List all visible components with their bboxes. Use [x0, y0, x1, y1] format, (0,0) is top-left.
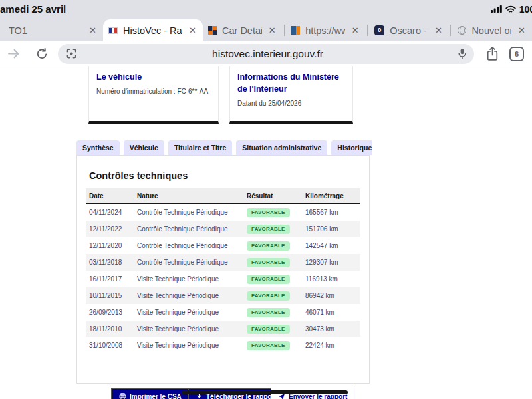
report-date: Datant du 25/04/2026: [237, 100, 345, 107]
cell-kilometrage: 116913 km: [302, 275, 360, 283]
section-title: Contrôles techniques: [89, 170, 369, 181]
browser-toolbar: histovec.interieur.gouv.fr 6: [0, 41, 532, 66]
col-header-resultat: Résultat: [243, 192, 302, 200]
tab-vehicule[interactable]: Véhicule: [124, 140, 164, 155]
tab-synthese[interactable]: Synthèse: [76, 140, 120, 155]
status-badge: FAVORABLE: [247, 275, 290, 284]
forward-icon[interactable]: [7, 47, 21, 61]
browser-tab-https-www-ve[interactable]: https://www.ve✕: [286, 19, 366, 41]
table-row: 10/11/2015Visite Technique PériodiqueFAV…: [86, 287, 360, 304]
browser-tab-strip: TO1✕HistoVec - Rap✕Car Detail - Ad✕https…: [0, 17, 532, 41]
browser-tab-label: Oscaro - Pièce: [390, 25, 428, 36]
ministry-card: Informations du Ministère de l'Intérieur…: [229, 66, 353, 124]
cell-nature: Visite Technique Périodique: [134, 342, 243, 349]
cell-resultat: FAVORABLE: [243, 308, 302, 317]
registration-number: Numéro d'immatriculation : FC-6**-AA: [96, 88, 211, 95]
cell-nature: Contrôle Technique Périodique: [134, 225, 243, 233]
status-bar: amedi 25 avril 100: [0, 0, 532, 17]
microphone-icon[interactable]: [458, 48, 466, 60]
status-badge: FAVORABLE: [247, 208, 290, 217]
cell-kilometrage: 30473 km: [302, 325, 360, 332]
status-badge: FAVORABLE: [247, 225, 290, 234]
cell-nature: Visite Technique Périodique: [134, 309, 243, 316]
url-bar[interactable]: histovec.interieur.gouv.fr: [58, 44, 474, 64]
cell-resultat: FAVORABLE: [243, 241, 302, 251]
cell-nature: Contrôle Technique Périodique: [134, 259, 243, 266]
status-badge: FAVORABLE: [247, 291, 290, 301]
browser-tab-car-detail-ad[interactable]: Car Detail - Ad✕: [203, 19, 283, 41]
status-badge: FAVORABLE: [247, 241, 290, 251]
status-badge: FAVORABLE: [247, 341, 290, 350]
table-row: 04/11/2024Contrôle Technique PériodiqueF…: [86, 204, 360, 221]
cell-kilometrage: 86942 km: [302, 292, 360, 299]
oscaro-favicon-icon: 0: [374, 25, 384, 35]
cell-date: 04/11/2024: [86, 209, 134, 216]
cell-kilometrage: 129307 km: [302, 259, 360, 266]
home-indicator[interactable]: [182, 390, 348, 394]
status-badge: FAVORABLE: [247, 325, 290, 334]
table-row: 12/11/2020Contrôle Technique PériodiqueF…: [86, 237, 360, 254]
url-text[interactable]: histovec.interieur.gouv.fr: [77, 48, 458, 60]
imprimer-le-csa-button[interactable]: Imprimer le CSA: [111, 388, 190, 399]
cell-resultat: FAVORABLE: [243, 325, 302, 334]
cell-kilometrage: 142547 km: [302, 242, 360, 249]
cell-nature: Visite Technique Périodique: [134, 275, 243, 283]
table-body: 04/11/2024Contrôle Technique PériodiqueF…: [86, 204, 360, 354]
cell-resultat: FAVORABLE: [243, 341, 302, 350]
inspections-table: Date Nature Résultat Kilométrage 04/11/2…: [86, 188, 360, 354]
tab-count-badge[interactable]: 6: [509, 47, 524, 61]
vehicle-card: Le véhicule Numéro d'immatriculation : F…: [88, 66, 219, 124]
close-tab-icon[interactable]: ✕: [267, 25, 277, 35]
browser-tab-oscaro-piece[interactable]: 0Oscaro - Pièce✕: [369, 19, 449, 41]
browser-tab-nouvel-onglet[interactable]: Nouvel onglet✕: [452, 19, 532, 41]
ministry-card-title: Informations du Ministère de l'Intérieur: [237, 71, 345, 95]
browser-tab-to1[interactable]: TO1✕: [3, 19, 103, 41]
printer-icon: [119, 393, 126, 399]
table-row: 26/09/2013Visite Technique PériodiqueFAV…: [86, 304, 360, 321]
cell-date: 03/11/2018: [86, 259, 134, 266]
cell-date: 31/10/2008: [86, 342, 134, 349]
close-tab-icon[interactable]: ✕: [434, 25, 444, 35]
cell-kilometrage: 22424 km: [302, 342, 360, 349]
table-row: 18/11/2010Visite Technique PériodiqueFAV…: [86, 321, 360, 337]
browser-tab-label: Car Detail - Ad: [222, 25, 262, 36]
tab-historique[interactable]: Historique: [331, 140, 372, 155]
vehicle-card-title: Le véhicule: [96, 71, 211, 83]
close-tab-icon[interactable]: ✕: [88, 25, 98, 35]
cellular-signal-icon: [491, 5, 502, 13]
lens-icon[interactable]: [66, 48, 77, 59]
cell-nature: Contrôle Technique Périodique: [134, 209, 243, 216]
reload-icon[interactable]: [35, 47, 49, 61]
browser-tab-label: TO1: [9, 25, 27, 36]
col-header-kilometrage: Kilométrage: [302, 192, 360, 200]
cell-date: 26/09/2013: [86, 309, 134, 316]
browser-tab-histovec-rap[interactable]: HistoVec - Rap✕: [103, 19, 203, 41]
cell-kilometrage: 151706 km: [302, 225, 360, 233]
table-row: 31/10/2008Visite Technique PériodiqueFAV…: [86, 337, 360, 354]
cell-date: 16/11/2017: [86, 275, 134, 283]
col-header-date: Date: [86, 192, 134, 200]
table-row: 12/11/2022Contrôle Technique PériodiqueF…: [86, 221, 360, 237]
controles-techniques-panel: Contrôles techniques Date Nature Résulta…: [76, 155, 370, 384]
table-row: 16/11/2017Visite Technique PériodiqueFAV…: [86, 271, 360, 287]
battery-percent: 100: [519, 4, 532, 15]
cell-kilometrage: 46071 km: [302, 309, 360, 316]
tab-titulaire-et-titre[interactable]: Titulaire et Titre: [168, 140, 232, 155]
close-tab-icon[interactable]: ✕: [188, 25, 198, 35]
wifi-icon: [505, 5, 516, 13]
close-tab-icon[interactable]: ✕: [517, 25, 527, 35]
flag-favicon-icon: [108, 27, 118, 34]
cell-resultat: FAVORABLE: [243, 208, 302, 217]
browser-tab-label: HistoVec - Rap: [123, 25, 182, 36]
status-badge: FAVORABLE: [247, 258, 290, 267]
cell-date: 18/11/2010: [86, 325, 134, 332]
cell-resultat: FAVORABLE: [243, 258, 302, 267]
tab-separator: [367, 25, 368, 36]
tab-situation-administrative[interactable]: Situation administrative: [236, 140, 327, 155]
cell-date: 12/11/2022: [86, 225, 134, 233]
checker-favicon-icon: [208, 26, 217, 35]
col-header-nature: Nature: [134, 192, 243, 200]
close-tab-icon[interactable]: ✕: [350, 25, 360, 35]
share-icon[interactable]: [486, 46, 499, 62]
tab-separator: [450, 25, 452, 36]
